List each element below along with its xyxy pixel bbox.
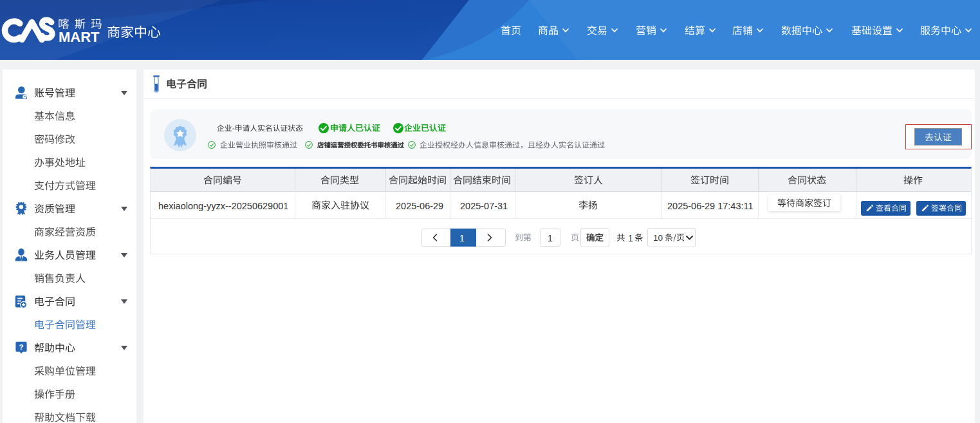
- svg-text:?: ?: [19, 343, 23, 351]
